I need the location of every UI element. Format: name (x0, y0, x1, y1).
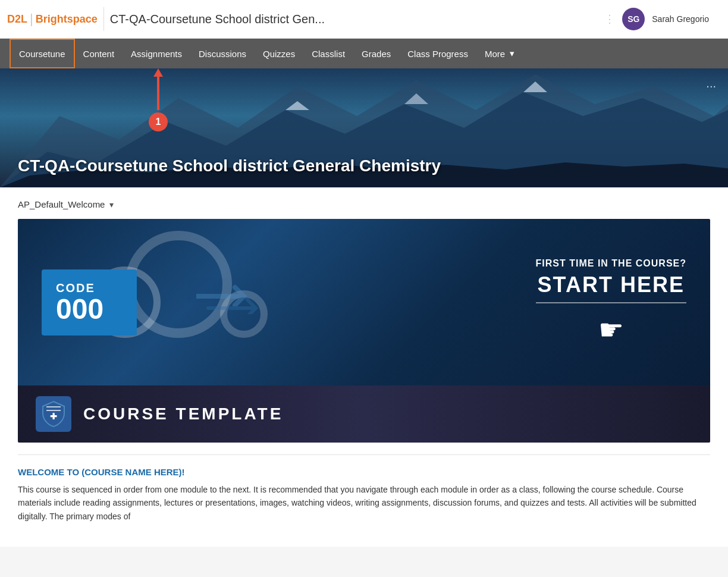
nav-divider-1 (103, 7, 104, 31)
settings-button[interactable] (714, 15, 721, 23)
brightspace-logo[interactable]: Brightspace (36, 13, 98, 26)
user-name-label: Sarah Gregorio (652, 14, 709, 24)
module-name-label: AP_Default_Welcome (18, 199, 105, 209)
hero-course-title: CT-QA-Coursetune School district General… (18, 156, 441, 175)
nav-item-coursetune[interactable]: Coursetune (10, 39, 75, 68)
code-box: CODE 000 (42, 269, 137, 335)
banner-top-section: CODE 000 FIRST TIME IN THE COURSE? START… (18, 219, 710, 385)
annotation-number: 1 (149, 112, 168, 131)
mail-button[interactable] (566, 15, 573, 23)
top-icons-group: ⋮ SG Sarah Gregorio (554, 8, 721, 30)
svg-rect-11 (46, 406, 61, 407)
annotation-marker: 1 (149, 74, 168, 131)
annotation-arrow (157, 74, 159, 110)
secondary-navigation: Coursetune Content Assignments Discussio… (0, 39, 728, 68)
svg-rect-12 (46, 410, 61, 411)
main-content: AP_Default_Welcome ▾ CODE 000 FIRST TIME… (0, 187, 728, 547)
user-avatar-button[interactable]: SG (622, 8, 645, 30)
chevron-down-icon: ▾ (510, 48, 514, 59)
nav-item-content[interactable]: Content (75, 39, 123, 68)
nav-item-quizzes[interactable]: Quizzes (255, 39, 303, 68)
nav-item-discussions[interactable]: Discussions (190, 39, 255, 68)
logo-section: D2L | Brightspace (7, 11, 98, 27)
hero-options-button[interactable]: ... (706, 77, 716, 90)
nav-item-grades[interactable]: Grades (353, 39, 399, 68)
code-number: 000 (56, 295, 123, 324)
grid-button[interactable] (554, 15, 561, 23)
svg-text:✚: ✚ (50, 412, 57, 421)
hero-banner: 1 CT-QA-Coursetune School district Gener… (0, 68, 728, 187)
nav-item-more[interactable]: More ▾ (476, 39, 523, 68)
course-template-label: COURSE TEMPLATE (83, 404, 283, 424)
nav-item-classlist[interactable]: Classlist (303, 39, 353, 68)
nav-item-assignments[interactable]: Assignments (123, 39, 190, 68)
top-navigation: D2L | Brightspace CT-QA-Coursetune Schoo… (0, 0, 728, 39)
start-here-text: START HERE (536, 272, 686, 303)
icon-divider: ⋮ (604, 12, 615, 26)
hand-pointer-icon: ☛ (536, 313, 686, 346)
university-shield-icon: ✚ (36, 396, 71, 432)
bell-button[interactable] (590, 15, 597, 23)
welcome-section: WELCOME TO (COURSE NAME HERE)! This cour… (18, 467, 710, 535)
welcome-body-text: This course is sequenced in order from o… (18, 483, 710, 523)
module-chevron-icon: ▾ (109, 200, 114, 209)
banner-bottom-section: ✚ COURSE TEMPLATE (18, 385, 710, 443)
nav-item-class-progress[interactable]: Class Progress (399, 39, 476, 68)
course-banner: CODE 000 FIRST TIME IN THE COURSE? START… (18, 219, 710, 443)
course-title-header: CT-QA-Coursetune School district Gen... (110, 12, 378, 26)
d2l-logo[interactable]: D2L (7, 13, 27, 26)
section-divider (18, 454, 710, 455)
module-selector[interactable]: AP_Default_Welcome ▾ (18, 199, 710, 209)
first-time-text: FIRST TIME IN THE COURSE? (536, 258, 686, 269)
logo-separator: | (30, 11, 33, 27)
arrow-decoration (196, 278, 268, 314)
start-here-section: FIRST TIME IN THE COURSE? START HERE ☛ (536, 258, 686, 346)
welcome-title: WELCOME TO (COURSE NAME HERE)! (18, 467, 710, 477)
chat-button[interactable] (578, 15, 585, 23)
